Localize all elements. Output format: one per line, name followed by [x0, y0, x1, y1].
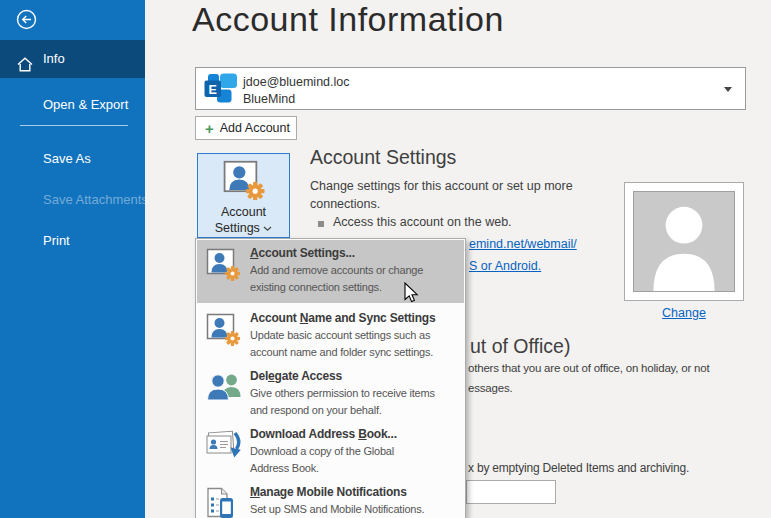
automatic-replies-desc-fragment-1: others that you are out of office, on ho…	[468, 362, 710, 374]
sidebar-item-info[interactable]: Info	[0, 40, 145, 78]
account-display-name: BlueMind	[243, 92, 295, 106]
delegate-access-icon	[206, 368, 244, 421]
account-settings-icon	[206, 245, 244, 303]
automatic-replies-heading-fragment: ut of Office)	[470, 335, 570, 358]
sidebar-item-label: Open & Export	[43, 97, 128, 112]
account-settings-split-button[interactable]: Account Settings	[197, 153, 290, 238]
automatic-replies-desc-fragment-2: essages.	[468, 382, 512, 394]
bullet-text-web-access: Access this account on the web.	[333, 215, 512, 229]
menu-item-desc: Update basic account settings such as	[250, 327, 435, 344]
menu-item-desc: account name and folder sync settings.	[250, 344, 435, 361]
chevron-down-icon	[263, 226, 272, 232]
menu-item-desc: existing connection settings.	[250, 279, 423, 296]
change-photo-link[interactable]: Change	[624, 306, 744, 320]
split-button-label-line2: Settings	[215, 221, 260, 235]
mouse-cursor-icon	[404, 282, 419, 308]
sidebar-item-label: Save Attachments	[43, 192, 148, 207]
person-silhouette-icon	[633, 191, 735, 292]
webmail-link-fragment[interactable]: emind.net/webmail/	[469, 237, 577, 251]
account-settings-dropdown-menu: Account Settings... Add and remove accou…	[195, 238, 466, 518]
menu-item-title: Manage Mobile Notifications	[250, 484, 424, 501]
back-arrow-icon	[16, 16, 37, 33]
menu-item-desc: Add and remove accounts or change	[250, 262, 423, 279]
menu-item-download-address-book[interactable]: Download Address Book... Download a copy…	[197, 421, 464, 479]
sidebar-item-print[interactable]: Print	[0, 226, 145, 256]
mobile-app-link-fragment[interactable]: S or Android.	[469, 259, 541, 273]
sidebar-item-label: Print	[43, 233, 70, 248]
menu-item-desc: Give others permission to receive items	[250, 385, 435, 402]
account-sync-icon	[206, 310, 244, 363]
account-selector-dropdown[interactable]: E jdoe@bluemind.loc BlueMind	[195, 67, 746, 110]
account-settings-icon	[222, 160, 266, 200]
menu-item-title: Download Address Book...	[250, 426, 397, 443]
split-button-label-line1: Account	[198, 204, 289, 220]
caret-down-icon	[724, 87, 732, 92]
menu-item-title: Delegate Access	[250, 368, 435, 385]
section-desc-line1: Change settings for this account or set …	[310, 179, 573, 193]
menu-item-title: Account Settings...	[250, 245, 423, 262]
back-button[interactable]	[16, 9, 37, 30]
home-icon	[16, 50, 34, 88]
add-account-label: Add Account	[220, 121, 290, 135]
sidebar-item-label: Info	[43, 51, 65, 66]
sidebar-separator	[20, 125, 128, 126]
plus-icon: +	[205, 121, 214, 136]
menu-item-account-settings[interactable]: Account Settings... Add and remove accou…	[197, 240, 464, 303]
menu-item-title: Account Name and Sync Settings	[250, 310, 435, 327]
menu-item-desc: Address Book.	[250, 460, 397, 477]
bullet-square-icon	[318, 221, 324, 227]
menu-item-desc: Download a copy of the Global	[250, 443, 397, 460]
account-email: jdoe@bluemind.loc	[243, 75, 350, 89]
profile-photo	[624, 182, 744, 301]
mailbox-storage-bar	[466, 480, 556, 504]
menu-item-delegate-access[interactable]: Delegate Access Give others permission t…	[197, 363, 464, 421]
page-title: Account Information	[192, 0, 504, 39]
exchange-logo-icon: E	[204, 73, 238, 109]
menu-item-desc: and respond on your behalf.	[250, 402, 435, 419]
svg-text:E: E	[209, 83, 217, 97]
menu-item-manage-mobile-notifications[interactable]: Manage Mobile Notifications Set up SMS a…	[197, 479, 464, 518]
mobile-notifications-icon	[206, 484, 244, 518]
menu-item-account-name-sync[interactable]: Account Name and Sync Settings Update ba…	[197, 305, 464, 363]
address-book-icon	[206, 426, 244, 479]
section-desc-line2: connections.	[310, 197, 380, 211]
sidebar-item-label: Save As	[43, 151, 91, 166]
sidebar-item-save-attachments: Save Attachments	[0, 185, 145, 215]
mailbox-cleanup-desc-fragment: x by emptying Deleted Items and archivin…	[468, 461, 689, 475]
section-heading-account-settings: Account Settings	[310, 146, 456, 169]
menu-item-desc: Set up SMS and Mobile Notifications.	[250, 501, 424, 518]
sidebar-item-open-export[interactable]: Open & Export	[0, 90, 145, 120]
sidebar-item-save-as[interactable]: Save As	[0, 144, 145, 174]
backstage-sidebar: Info Open & Export Save As Save Attachme…	[0, 0, 145, 518]
add-account-button[interactable]: + Add Account	[195, 116, 297, 140]
